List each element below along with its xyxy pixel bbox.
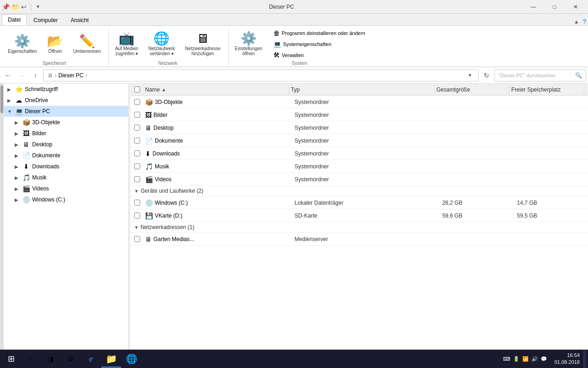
netzlaufwerk-button[interactable]: 🌐 Netzlaufwerkverbinden ▾ bbox=[144, 29, 179, 59]
einstellungen-button[interactable]: ⚙️ Einstellungenöffnen bbox=[231, 29, 266, 59]
row-name-garten: 🖥 Garten Medias... bbox=[143, 236, 291, 243]
programm-deinstallieren-button[interactable]: 🗑 Programm deinstallieren oder ändern bbox=[270, 28, 368, 38]
table-row[interactable]: 💿 Windows (C:) Lokaler Datenträger 28,2 … bbox=[130, 196, 588, 209]
sidebar-item-videos[interactable]: ▶ 🎬 Videos bbox=[4, 183, 128, 194]
netzwerkadresse-icon: 🖥 bbox=[196, 32, 209, 45]
sidebar-label-3d-objekte: 3D-Objekte bbox=[32, 119, 60, 126]
table-row[interactable]: 📦 3D-Objekte Systemordner bbox=[130, 96, 588, 109]
keyboard-icon[interactable]: ⌨ bbox=[503, 356, 510, 362]
undo-icon[interactable]: ↩ bbox=[21, 3, 27, 11]
sidebar-item-schnellzugriff[interactable]: ▶ ⭐ Schnellzugriff bbox=[4, 84, 128, 95]
network-app[interactable]: 🌐 bbox=[121, 350, 141, 368]
sidebar-item-bilder[interactable]: ▶ 🖼 Bilder bbox=[4, 128, 128, 139]
back-button[interactable]: ← bbox=[2, 69, 14, 81]
up-button[interactable]: ↑ bbox=[29, 69, 41, 81]
section-geraete-label: Geräte und Laufwerke (2) bbox=[141, 188, 204, 194]
tab-ansicht[interactable]: Ansicht bbox=[65, 14, 95, 25]
oeffnen-icon: 📂 bbox=[47, 35, 63, 48]
row-check-windows-c[interactable] bbox=[134, 200, 140, 206]
tab-computer[interactable]: Computer bbox=[28, 14, 64, 25]
row-check-garten[interactable] bbox=[134, 236, 140, 242]
section-netzwerk-header[interactable]: ▼ Netzwerkadressen (1) bbox=[130, 222, 588, 233]
folder-icon[interactable]: 📁 bbox=[11, 3, 19, 11]
row-type-vkarte: SD-Karte bbox=[291, 213, 438, 219]
clock-date: 01.08.2018 bbox=[554, 359, 580, 366]
row-check-vkarte[interactable] bbox=[134, 213, 140, 218]
edge-app[interactable]: e bbox=[81, 350, 101, 368]
table-row[interactable]: 🖼 Bilder Systemordner bbox=[130, 109, 588, 121]
section-netzwerk-label: Netzwerkadressen (1) bbox=[141, 224, 194, 230]
sidebar-item-3d-objekte[interactable]: ▶ 📦 3D-Objekte bbox=[4, 117, 128, 128]
expand-icon: ▶ bbox=[7, 87, 15, 92]
row-check-downloads[interactable] bbox=[134, 150, 140, 156]
section-geraete-header[interactable]: ▼ Geräte und Laufwerke (2) bbox=[130, 186, 588, 196]
search-app[interactable]: ○ bbox=[20, 350, 40, 368]
umbenennen-button[interactable]: ✏️ Umbenennen bbox=[69, 29, 105, 59]
wifi-icon[interactable]: 📶 bbox=[522, 356, 529, 362]
section-geraete: 💿 Windows (C:) Lokaler Datenträger 28,2 … bbox=[130, 196, 588, 222]
forward-button[interactable]: → bbox=[16, 69, 28, 81]
maximize-button[interactable]: □ bbox=[544, 0, 565, 14]
clock[interactable]: 16:54 01.08.2018 bbox=[551, 352, 583, 366]
cortana-app[interactable]: ◑ bbox=[40, 350, 61, 368]
notifications-icon[interactable]: 💬 bbox=[541, 356, 547, 362]
sidebar-item-downloads[interactable]: ▶ ⬇ Downloads bbox=[4, 161, 128, 172]
table-row[interactable]: 🖥 Garten Medias... Medienserver bbox=[130, 233, 588, 246]
row-name-videos: 🎬 Videos bbox=[143, 176, 291, 183]
videos-file-icon: 🎬 bbox=[145, 176, 153, 183]
netzwerkadresse-button[interactable]: 🖥 Netzwerkadressehinzufügen bbox=[181, 29, 225, 59]
show-desktop-button[interactable] bbox=[583, 350, 586, 368]
refresh-button[interactable]: ↻ bbox=[481, 69, 492, 81]
sidebar-item-dokumente[interactable]: ▶ 📄 Dokumente bbox=[4, 150, 128, 161]
row-check-videos[interactable] bbox=[134, 176, 140, 182]
header-col-groesse[interactable]: Gesamtgröße bbox=[435, 85, 509, 95]
table-row[interactable]: 📄 Dokumente Systemordner bbox=[130, 134, 588, 147]
header-col-typ[interactable]: Typ bbox=[289, 85, 435, 95]
sidebar-item-musik[interactable]: ▶ 🎵 Musik bbox=[4, 172, 128, 183]
search-box[interactable]: "Dieser PC" durchsuchen 🔍 bbox=[494, 69, 586, 81]
verwalten-button[interactable]: 🛠 Verwalten bbox=[270, 50, 368, 60]
help-icon[interactable]: ? bbox=[582, 18, 586, 25]
close-button[interactable]: ✕ bbox=[565, 0, 586, 14]
address-box[interactable]: 🖥 › Dieser PC › ▼ bbox=[43, 69, 479, 81]
volume-icon[interactable]: 🔊 bbox=[531, 356, 538, 362]
table-row[interactable]: ⬇ Downloads Systemordner bbox=[130, 147, 588, 160]
dropdown-icon[interactable]: ▼ bbox=[36, 4, 40, 9]
minimize-button[interactable]: — bbox=[523, 0, 544, 14]
row-free-windows-c: 14,7 GB bbox=[513, 200, 588, 206]
ribbon-collapse-icon[interactable]: ▲ bbox=[574, 19, 579, 24]
table-row[interactable]: 🎬 Videos Systemordner bbox=[130, 173, 588, 186]
header-col-name[interactable]: Name ▲ bbox=[143, 85, 289, 95]
sidebar-item-windows-c[interactable]: ▶ 💿 Windows (C:) bbox=[4, 194, 128, 205]
table-row[interactable]: 💾 VKarte (D:) SD-Karte 59,6 GB 59,5 GB bbox=[130, 209, 588, 222]
explorer-app[interactable]: 📁 bbox=[101, 350, 121, 368]
select-all-checkbox[interactable] bbox=[134, 86, 140, 92]
table-row[interactable]: 🎵 Musik Systemordner bbox=[130, 160, 588, 173]
table-row[interactable]: 🖥 Desktop Systemordner bbox=[130, 121, 588, 134]
auf-medien-button[interactable]: 📺 Auf Medienzugreifen ▾ bbox=[111, 29, 142, 59]
desktop-icon: 🖥 bbox=[22, 141, 30, 148]
start-button[interactable]: ⊞ bbox=[2, 350, 20, 368]
dokumente-file-name: Dokumente bbox=[155, 138, 183, 144]
row-check-bilder[interactable] bbox=[134, 112, 140, 118]
row-check-desktop[interactable] bbox=[134, 125, 140, 131]
address-dropdown-button[interactable]: ▼ bbox=[465, 71, 475, 80]
header-col-frei[interactable]: Freier Speicherplatz bbox=[509, 85, 584, 95]
musik-icon: 🎵 bbox=[22, 174, 30, 181]
row-check-3d[interactable] bbox=[134, 99, 140, 105]
bilder-file-name: Bilder bbox=[153, 112, 168, 118]
row-check-musik[interactable] bbox=[134, 163, 140, 169]
row-checkbox bbox=[130, 112, 143, 118]
3d-objekte-file-icon: 📦 bbox=[145, 98, 153, 106]
oeffnen-button[interactable]: 📂 Öffnen bbox=[43, 29, 67, 59]
sidebar-item-onedrive[interactable]: ▶ ☁ OneDrive bbox=[4, 95, 128, 106]
battery-icon[interactable]: 🔋 bbox=[513, 356, 520, 362]
eigenschaften-button[interactable]: ⚙️ Eigenschaften bbox=[4, 29, 41, 59]
systemeigenschaften-button[interactable]: 💻 Systemeigenschaften bbox=[270, 39, 368, 49]
tab-datei[interactable]: Datei bbox=[2, 14, 27, 25]
sidebar-item-desktop[interactable]: ▶ 🖥 Desktop bbox=[4, 139, 128, 150]
sidebar-item-dieser-pc[interactable]: ▼ 💻 Dieser PC bbox=[4, 106, 128, 117]
expand-icon: ▶ bbox=[15, 153, 22, 158]
taskview-app[interactable]: ⧉ bbox=[61, 350, 81, 368]
row-check-dokumente[interactable] bbox=[134, 138, 140, 144]
